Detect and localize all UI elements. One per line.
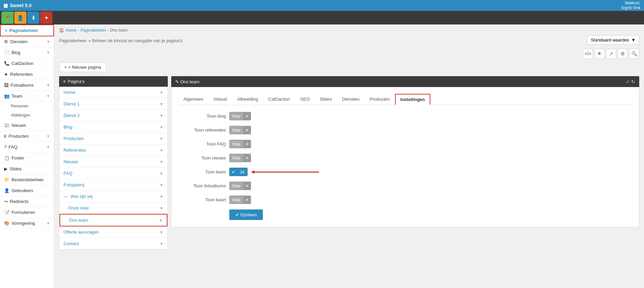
- iconbar: 📍 👤 ⬇ ✦: [0, 11, 644, 24]
- page-item-fotogalerij[interactable]: Fotogalerij ▼: [59, 179, 167, 191]
- label-toon-blog: Toon blog: [178, 114, 226, 119]
- sidebar-item-afdelingen[interactable]: Afdelingen: [7, 111, 54, 120]
- download-icon-btn[interactable]: ⬇: [27, 12, 39, 24]
- map-icon-btn[interactable]: 📍: [1, 12, 14, 24]
- sidebar-label-call2action: Call2action: [12, 61, 33, 66]
- toggle-toon-faq[interactable]: Nee ✕: [229, 140, 251, 148]
- tab-producten[interactable]: Producten: [364, 94, 395, 105]
- page-item-ons-team[interactable]: Ons team ▼: [59, 214, 167, 226]
- code-icon[interactable]: </>: [583, 49, 593, 59]
- toggle-x-icon[interactable]: ✕: [243, 140, 251, 148]
- tab-algemeen[interactable]: Algemeen: [178, 94, 209, 105]
- sidebar-item-producten[interactable]: € Producten ▼: [0, 131, 54, 142]
- breadcrumb-paginabeheer[interactable]: Paginabeheer: [80, 28, 106, 33]
- page-item-home[interactable]: Home ▼: [59, 87, 167, 98]
- page-item-onze-visie[interactable]: Onze visie ▼: [59, 202, 167, 214]
- new-page-button[interactable]: + + Nieuwe pagina: [59, 62, 106, 72]
- page-item-offerte[interactable]: Offerte aanvragen ▼: [59, 226, 167, 238]
- refresh-icon[interactable]: ↻: [631, 79, 635, 84]
- tab-instellingen[interactable]: Instellingen: [395, 94, 430, 105]
- toggle-x-icon[interactable]: ✕: [243, 196, 251, 204]
- share-icon-btn[interactable]: ✦: [40, 12, 52, 24]
- page-name-producten: Producten: [64, 136, 84, 141]
- toggle-x-icon[interactable]: ✕: [243, 182, 251, 190]
- sidebar-item-gebruikers[interactable]: 👤 Gebruikers: [0, 185, 54, 196]
- toggle-toon-fotoalbums[interactable]: Nee ✕: [229, 182, 251, 190]
- breadcrumb-home[interactable]: Home: [66, 28, 76, 33]
- sidebar-label-footer: Footer: [12, 155, 24, 160]
- tab-seo[interactable]: SEO: [295, 94, 315, 105]
- personen-label: Personen: [11, 104, 28, 108]
- sidebar-item-team[interactable]: 👥 Team ▼: [0, 91, 54, 102]
- dropdown-label: Standaard waardes: [591, 37, 629, 43]
- sidebar-item-call2action[interactable]: 📞 Call2action: [0, 58, 54, 69]
- page-item-referenties[interactable]: Referenties ▼: [59, 145, 167, 156]
- sidebar-item-slides[interactable]: ▶ Slides: [0, 164, 54, 174]
- toggle-toon-nieuws[interactable]: Nee ✕: [229, 154, 251, 162]
- toggle-toon-team[interactable]: ✔ Ja: [229, 168, 248, 176]
- toggle-x-icon[interactable]: ✕: [243, 154, 251, 162]
- user-icon-btn[interactable]: 👤: [14, 12, 26, 24]
- tab-diensten[interactable]: Diensten: [337, 94, 364, 105]
- sidebar-item-nieuws[interactable]: 📰 Nieuws: [0, 120, 54, 131]
- sitemap-icon[interactable]: ⚙: [618, 49, 628, 59]
- sidebar-item-fotoalbums[interactable]: 🖼 Fotoalbums ▼: [0, 80, 54, 91]
- tabs: Algemeen Inhoud Afbeelding Call2action S: [178, 94, 632, 105]
- sidebar-item-diensten[interactable]: ⚙ Diensten ▼: [0, 36, 54, 47]
- sidebar-item-redirects[interactable]: ↪ Redirects: [0, 196, 54, 207]
- expand-icon[interactable]: ⤢: [626, 79, 630, 84]
- toggle-text-team: Ja: [237, 168, 247, 176]
- sidebar-label-blog: Blog: [12, 50, 20, 55]
- field-toon-blog: Toon blog Nee ✕: [178, 112, 632, 120]
- arrow-icon: ▼: [160, 125, 163, 129]
- toggle-x-icon[interactable]: ✕: [243, 113, 251, 120]
- sidebar-item-formulieren[interactable]: 📝 Formulieren: [0, 207, 54, 218]
- page-item-producten[interactable]: Producten ▼: [59, 133, 167, 145]
- sidebar-item-personen[interactable]: Personen: [7, 102, 54, 111]
- toggle-toon-referenties[interactable]: Nee ✕: [229, 126, 251, 134]
- page-item-contact[interactable]: Contact ▼: [59, 238, 167, 250]
- toggle-toon-kaart[interactable]: Nee ✕: [229, 196, 251, 204]
- page-item-nieuws[interactable]: Nieuws ▼: [59, 156, 167, 168]
- check-icon: ✔: [230, 168, 237, 176]
- page-item-dienst1[interactable]: Dienst 1 ▼: [59, 98, 167, 110]
- tab-call2action[interactable]: Call2action: [263, 94, 295, 105]
- sidebar-item-blog[interactable]: 📄 Blog ▼: [0, 47, 54, 58]
- eye-icon[interactable]: 👁: [594, 49, 605, 59]
- arrow-icon: ▼: [160, 160, 163, 164]
- footer-icon: 📋: [4, 155, 10, 160]
- toolbar: </> 👁 ↗ ⚙ 🔍: [59, 49, 639, 59]
- app-title-area: ▦ Sweet 5.0: [3, 3, 32, 8]
- sidebar-item-paginabeheer[interactable]: ≡ Paginabeheer: [0, 24, 54, 36]
- page-list: Home ▼ Dienst 1 ▼ Dienst 2 ▼ Blog ▼: [59, 87, 168, 250]
- standard-values-dropdown[interactable]: Standaard waardes ▼: [587, 35, 639, 45]
- search-icon[interactable]: 🔍: [629, 49, 639, 59]
- sidebar-item-bestandsbeheer[interactable]: 📁 Bestandsbeheer: [0, 174, 54, 185]
- sidebar-item-vormgeving[interactable]: 🎨 Vormgeving ▼: [0, 218, 54, 229]
- sidebar-sub-team: Personen Afdelingen: [0, 102, 54, 120]
- sidebar-item-footer[interactable]: 📋 Footer: [0, 153, 54, 164]
- tab-slides[interactable]: Slides: [315, 94, 337, 105]
- tab-inhoud[interactable]: Inhoud: [209, 94, 232, 105]
- share-icon[interactable]: ↗: [606, 49, 616, 59]
- sidebar-item-faq[interactable]: ? FAQ ▼: [0, 142, 54, 153]
- page-item-wie-zijn-wij[interactable]: — Wie zijn wij ▼: [59, 191, 167, 202]
- toggle-x-icon[interactable]: ✕: [243, 126, 251, 134]
- page-name-blog: Blog: [64, 124, 72, 130]
- chevron-down-icon: ▼: [47, 51, 50, 54]
- arrow-icon: ▼: [160, 114, 163, 118]
- page-subtitle: » Beheer de inhoud en navigatie van je p…: [89, 38, 183, 43]
- toggle-toon-blog[interactable]: Nee ✕: [229, 112, 251, 120]
- page-item-blog[interactable]: Blog ▼: [59, 121, 167, 133]
- call2action-icon: 📞: [4, 61, 10, 66]
- arrow-icon: ▼: [160, 230, 163, 234]
- save-button[interactable]: ✔ Opslaan: [229, 209, 263, 220]
- sidebar-item-referenties[interactable]: ★ Referenties: [0, 69, 54, 80]
- fotoalbums-icon: 🖼: [4, 83, 8, 88]
- page-name-onze-visie: Onze visie: [64, 205, 89, 210]
- page-item-faq[interactable]: FAQ ▼: [59, 168, 167, 179]
- breadcrumb: 🏠 Home › Paginabeheer › Ons team: [59, 28, 639, 33]
- tab-afbeelding[interactable]: Afbeelding: [232, 94, 263, 105]
- page-item-dienst2[interactable]: Dienst 2 ▼: [59, 110, 167, 121]
- chevron-down-icon: ▼: [631, 37, 636, 43]
